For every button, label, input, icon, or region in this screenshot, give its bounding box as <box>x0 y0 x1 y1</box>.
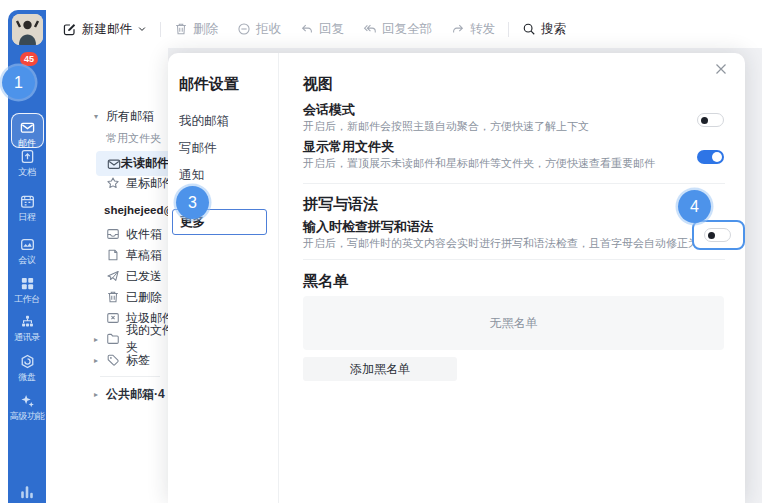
folder-label: 收件箱 <box>126 226 162 243</box>
close-icon <box>713 61 729 77</box>
conversation-mode-title: 会话模式 <box>303 101 355 119</box>
usage-stats-button[interactable] <box>8 484 46 500</box>
section-divider <box>303 183 725 184</box>
conversation-mode-desc: 开启后，新邮件会按照主题自动聚合，方便快速了解上下文 <box>303 119 589 134</box>
sidebar-item-advanced[interactable]: 高级功能 <box>8 393 46 421</box>
view-section-heading: 视图 <box>303 75 333 94</box>
search-icon <box>522 22 536 36</box>
spam-box-icon <box>106 311 120 325</box>
sidebar-item-drive[interactable]: 微盘 <box>8 354 46 382</box>
folder-list-divider <box>100 376 160 377</box>
mail-settings-panel: 邮件设置 我的邮箱 写邮件 通知 规则 更多 视图 会话模式 开启后，新邮件会按… <box>168 53 745 503</box>
add-blacklist-label: 添加黑名单 <box>350 361 410 378</box>
meeting-icon <box>20 237 35 252</box>
blacklist-empty-label: 无黑名单 <box>490 315 538 332</box>
reply-button[interactable]: 回复 <box>300 21 344 38</box>
sidebar-item-docs[interactable]: 文档 <box>8 149 46 177</box>
compose-button[interactable]: 新建邮件 <box>62 21 147 38</box>
close-button[interactable] <box>713 61 729 77</box>
annotation-badge-4: 4 <box>678 190 711 223</box>
bar-chart-icon <box>19 484 35 500</box>
expand-arrow-icon[interactable]: ▸ <box>94 335 106 344</box>
reject-button[interactable]: 拒收 <box>237 21 281 38</box>
contacts-org-icon <box>20 314 35 329</box>
toolbar-divider <box>508 22 509 37</box>
expand-arrow-icon[interactable]: ▸ <box>94 356 106 365</box>
add-blacklist-button[interactable]: 添加黑名单 <box>303 357 457 381</box>
spelling-section-heading: 拼写与语法 <box>303 195 378 214</box>
sidebar-item-workbench[interactable]: 工作台 <box>8 276 46 304</box>
folder-label: 公共邮箱·4 <box>106 386 165 403</box>
section-divider <box>303 259 725 260</box>
common-folders-title: 显示常用文件夹 <box>303 138 394 156</box>
folder-label: 未读邮件 <box>121 155 169 172</box>
reply-all-icon <box>363 22 377 36</box>
sidebar-item-contacts[interactable]: 通讯录 <box>8 314 46 342</box>
star-icon <box>106 176 120 190</box>
reply-all-button[interactable]: 回复全部 <box>363 21 432 38</box>
folder-label: 星标邮件 <box>126 175 174 192</box>
trash-icon <box>174 22 188 36</box>
compose-icon <box>62 22 77 37</box>
forward-icon <box>451 22 465 36</box>
document-icon <box>20 149 35 164</box>
blacklist-empty-state: 无黑名单 <box>303 296 724 350</box>
settings-title: 邮件设置 <box>179 75 239 94</box>
search-label: 搜索 <box>541 21 566 38</box>
common-folders-toggle[interactable] <box>697 150 724 164</box>
delete-button[interactable]: 删除 <box>174 21 218 38</box>
inbox-icon <box>106 227 120 241</box>
settings-menu-notification[interactable]: 通知 <box>179 167 204 184</box>
sidebar-item-meeting[interactable]: 会议 <box>8 237 46 265</box>
unread-mail-icon <box>107 157 121 171</box>
sidebar-item-label: 文档 <box>18 167 35 177</box>
expand-arrow-icon[interactable]: ▸ <box>94 390 106 399</box>
sidebar-item-label: 通讯录 <box>14 332 40 342</box>
reply-icon <box>300 22 314 36</box>
folder-icon <box>106 332 120 346</box>
toolbar-divider <box>160 22 161 37</box>
collapse-arrow-icon[interactable]: ▾ <box>94 112 106 121</box>
minus-circle-icon <box>237 22 251 36</box>
sidebar-item-label: 微盘 <box>18 372 35 382</box>
mail-item-highlight-box <box>11 113 44 148</box>
delete-label: 删除 <box>193 21 218 38</box>
workbench-grid-icon <box>20 276 35 291</box>
annotation-badge-3: 3 <box>176 186 209 219</box>
folder-label: 已发送 <box>126 268 162 285</box>
draft-file-icon <box>106 248 120 262</box>
chevron-down-icon <box>137 24 147 34</box>
settings-menu-my-mailbox[interactable]: 我的邮箱 <box>179 113 229 130</box>
all-mailboxes-label: 所有邮箱 <box>106 108 154 125</box>
reply-label: 回复 <box>319 21 344 38</box>
trash-icon <box>106 290 120 304</box>
settings-menu-divider <box>278 53 279 503</box>
send-plane-icon <box>106 269 120 283</box>
folder-label: 标签 <box>126 352 150 369</box>
sidebar-item-mail[interactable]: 邮件 <box>8 120 46 148</box>
annotation-badge-1: 1 <box>2 66 35 99</box>
search-button[interactable]: 搜索 <box>522 21 566 38</box>
sidebar-item-calendar[interactable]: 日程 <box>8 194 46 222</box>
folder-pane: ▾ 所有邮箱 常用文件夹 未读邮件 424 星标邮件 shejhejeed@12… <box>46 48 168 503</box>
drive-hexagon-icon <box>20 354 35 369</box>
settings-menu-compose[interactable]: 写邮件 <box>179 140 217 157</box>
toggle-knob <box>701 117 708 124</box>
avatar[interactable] <box>12 14 43 45</box>
conversation-mode-toggle[interactable] <box>697 113 724 127</box>
sidebar-item-label: 日程 <box>18 212 35 222</box>
tag-icon <box>106 353 120 367</box>
spellcheck-title: 输入时检查拼写和语法 <box>303 218 433 236</box>
folder-label: 已删除 <box>126 289 162 306</box>
spellcheck-toggle[interactable] <box>704 228 731 242</box>
reply-all-label: 回复全部 <box>382 21 432 38</box>
reject-label: 拒收 <box>256 21 281 38</box>
folder-label: 草稿箱 <box>126 247 162 264</box>
forward-button[interactable]: 转发 <box>451 21 495 38</box>
sidebar-item-label: 高级功能 <box>10 411 45 421</box>
rail-unread-count-badge: 45 <box>20 52 38 66</box>
sidebar-item-label: 工作台 <box>14 294 40 304</box>
sidebar-item-label: 会议 <box>18 255 35 265</box>
toggle-knob <box>708 232 715 239</box>
common-folders-section-label: 常用文件夹 <box>106 131 161 146</box>
